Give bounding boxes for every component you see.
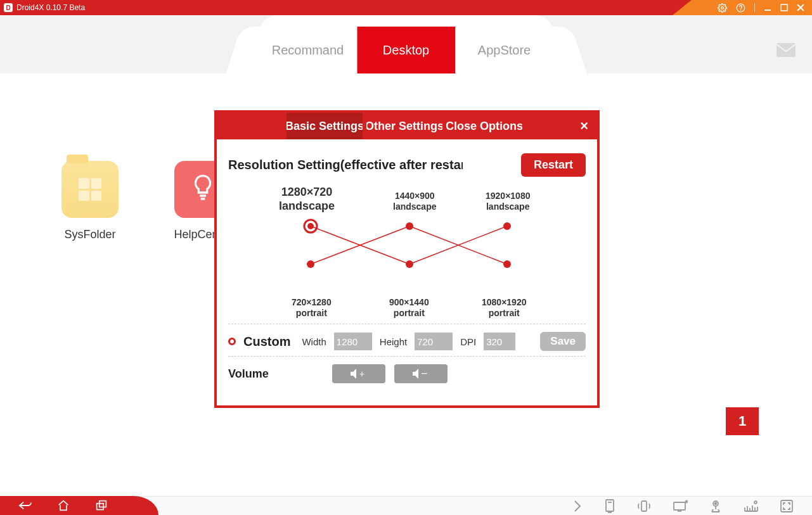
desktop-icons: SysFolder HelpCenter (56, 161, 237, 241)
screenshot-icon[interactable] (673, 500, 688, 512)
divider (228, 356, 586, 357)
svg-rect-21 (97, 504, 104, 510)
tab-desktop[interactable]: Desktop (357, 27, 455, 73)
svg-point-2 (740, 10, 741, 10)
custom-resolution-row: Custom Width Height DPI Save (228, 332, 586, 351)
svg-point-14 (406, 222, 413, 230)
desktop-icon-label: SysFolder (56, 228, 124, 241)
settings-gear-icon[interactable] (718, 3, 727, 13)
svg-rect-27 (674, 502, 685, 510)
width-label: Width (302, 336, 326, 347)
res-option-1280x720-landscape[interactable]: 1280×720landscape (279, 186, 335, 213)
mail-icon[interactable] (777, 43, 796, 60)
height-input[interactable] (415, 333, 453, 350)
svg-point-28 (686, 500, 688, 502)
width-input[interactable] (334, 333, 372, 350)
settings-dialog: Basic Settings Other Settings Close Opti… (214, 110, 600, 408)
dialog-tab-other[interactable]: Other Settings (366, 113, 442, 139)
save-button[interactable]: Save (540, 332, 586, 351)
svg-text:+: + (359, 369, 364, 379)
app-title: Droid4X 0.10.7 Beta (16, 3, 85, 12)
home-icon[interactable] (57, 500, 70, 511)
dpi-input[interactable] (484, 333, 515, 350)
keyboard-icon[interactable] (744, 500, 759, 512)
forward-icon[interactable] (572, 500, 583, 512)
res-option-900x1440-portrait[interactable]: 900×1440portrait (389, 297, 429, 319)
svg-rect-7 (777, 43, 796, 57)
svg-point-17 (406, 260, 413, 268)
svg-rect-26 (641, 501, 647, 511)
divider (228, 324, 586, 324)
dialog-header: Basic Settings Other Settings Close Opti… (217, 113, 597, 139)
volume-label: Volume (228, 367, 323, 381)
dialog-close-icon[interactable]: × (580, 118, 588, 134)
svg-point-16 (307, 260, 314, 268)
dialog-tab-basic[interactable]: Basic Settings (287, 113, 363, 139)
back-icon[interactable] (18, 500, 32, 511)
res-option-720x1280-portrait[interactable]: 720×1280portrait (292, 297, 332, 319)
dpi-label: DPI (460, 336, 476, 347)
main-tabs: Recommand Desktop AppStore (259, 15, 553, 73)
svg-point-18 (503, 260, 511, 268)
dialog-tab-close-options[interactable]: Close Options (446, 113, 522, 139)
volume-up-button[interactable]: + (332, 364, 385, 383)
svg-rect-33 (781, 500, 792, 512)
resolution-graph: 1280×720landscape 1440×900landscape 1920… (254, 186, 573, 319)
tab-background: Recommand Desktop AppStore (0, 15, 812, 73)
res-option-1440x900-landscape[interactable]: 1440×900landscape (393, 191, 436, 212)
svg-point-0 (721, 6, 724, 9)
tab-recommand[interactable]: Recommand (259, 27, 357, 73)
app-logo: D (4, 3, 13, 12)
volume-down-button[interactable]: – (394, 364, 448, 383)
close-button[interactable] (797, 4, 804, 11)
custom-label: Custom (243, 334, 290, 349)
device-icon[interactable] (604, 499, 615, 513)
svg-point-12 (307, 223, 314, 229)
help-icon[interactable] (736, 3, 745, 13)
tab-appstore[interactable]: AppStore (455, 27, 553, 73)
location-icon[interactable] (709, 499, 722, 513)
svg-rect-23 (606, 500, 614, 511)
volume-row: Volume + – (228, 364, 586, 383)
folder-icon (61, 161, 119, 218)
restart-button[interactable]: Restart (521, 153, 586, 177)
shake-icon[interactable] (637, 499, 651, 513)
res-option-1920x1080-landscape[interactable]: 1920×1080landscape (486, 191, 530, 212)
fullscreen-icon[interactable] (780, 500, 793, 512)
bottom-toolbar (0, 496, 812, 515)
divider (754, 3, 755, 12)
maximize-button[interactable] (780, 4, 788, 11)
height-label: Height (380, 336, 407, 347)
res-option-1080x1920-portrait[interactable]: 1080×1920portrait (482, 297, 526, 319)
recent-apps-icon[interactable] (95, 500, 108, 511)
resolution-section-title: Resolution Setting(effective after resta… (228, 158, 463, 172)
window-controls (673, 0, 812, 15)
minimize-button[interactable] (764, 4, 771, 11)
svg-point-15 (503, 222, 511, 230)
titlebar: D Droid4X 0.10.7 Beta (0, 0, 812, 15)
nav-controls (0, 496, 158, 515)
svg-rect-4 (781, 4, 787, 11)
main-area: Recommand Desktop AppStore SysFolder Hel… (0, 15, 812, 496)
dialog-body: Resolution Setting(effective after resta… (217, 139, 597, 390)
svg-text:–: – (422, 368, 427, 378)
svg-point-31 (715, 502, 717, 504)
svg-point-32 (754, 501, 757, 504)
custom-radio[interactable] (228, 338, 236, 345)
notification-badge[interactable]: 1 (726, 407, 759, 435)
desktop-icon-sysfolder[interactable]: SysFolder (56, 161, 124, 241)
dialog-tabs: Basic Settings Other Settings Close Opti… (287, 113, 522, 139)
